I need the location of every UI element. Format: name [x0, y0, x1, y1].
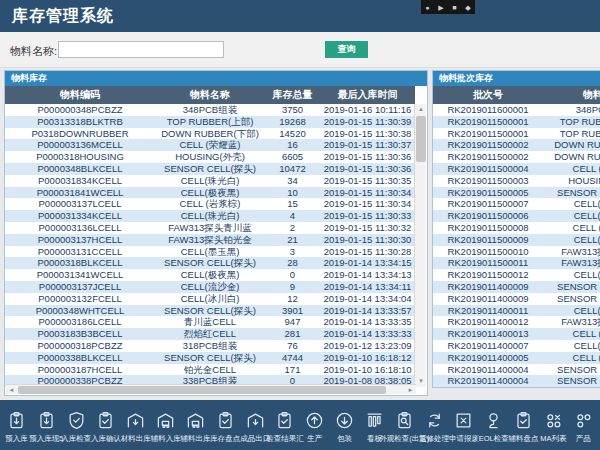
- table-row[interactable]: P0000338BLKCELLSENSOR CELL(探头)47442019-0…: [5, 352, 415, 364]
- cell: CELL(珠光白): [155, 175, 265, 187]
- cell: CELL(极夜黑): [155, 269, 265, 281]
- toolbar-item[interactable]: 辅料出库: [181, 409, 210, 450]
- toolbar-item[interactable]: 预入库现5: [32, 409, 61, 450]
- toolbar-item[interactable]: 辅料入库: [151, 409, 180, 450]
- table-row[interactable]: P0318DOWNRUBBERDOWN RUBBER(下部)145202019-…: [5, 128, 415, 140]
- vertical-scrollbar[interactable]: ▲ ▼: [414, 104, 426, 387]
- table-row[interactable]: P0003183B3BCELL烈焰红CELL2812019-01-14 13:3…: [5, 328, 415, 340]
- table-row[interactable]: P0000348WHTCELLSENSOR CELL(探头)39012019-0…: [5, 305, 415, 317]
- table-row[interactable]: RK2019011500007CELL(珠光白): [433, 198, 600, 210]
- scroll-right-icon[interactable]: ►: [405, 385, 416, 395]
- horizontal-scrollbar[interactable]: ◄ ►: [6, 384, 416, 394]
- table-row[interactable]: P000003132FCELLCELL(冰川白)122019-01-14 13:…: [5, 293, 415, 305]
- toolbar-item[interactable]: 库存盘点: [211, 409, 240, 450]
- toolbar-item[interactable]: 生产: [300, 409, 329, 450]
- table-row[interactable]: RK2019011500006CELL(极夜黑): [433, 210, 600, 222]
- material-inventory-panel: 物料库存 物料编码物料名称库存总量最后入库时间 P000000348PCBZZ3…: [4, 70, 428, 396]
- table-row[interactable]: RK2019011500001TOP RUBBER(上部): [433, 128, 600, 140]
- table-row[interactable]: P000031841WCELLCELL(极夜黑)102019-01-15 11:…: [5, 187, 415, 199]
- table-row[interactable]: P000003137HCELLFAW313探头铂光金212019-01-15 1…: [5, 234, 415, 246]
- column-header[interactable]: 库存总量: [265, 86, 320, 104]
- toolbar-item[interactable]: 产品: [569, 409, 598, 450]
- toolbar-item[interactable]: EOL检查: [479, 409, 508, 450]
- table-row[interactable]: P00313318BLKTRBTOP RUBBER(上部)192682019-0…: [5, 116, 415, 128]
- cell: P000031841WCELL: [5, 187, 155, 199]
- table-row[interactable]: RK2019011500009CELL(珠光白): [433, 234, 600, 246]
- toolbar-item[interactable]: 材料出库: [121, 409, 150, 450]
- cell: 10: [265, 187, 320, 199]
- table-row[interactable]: P0000318BLKCELLSENSOR CELL(探头)282019-01-…: [5, 257, 415, 269]
- audio-icon[interactable]: ◆: [465, 4, 470, 11]
- screen-recorder-overlay[interactable]: ●▶■◆: [421, 0, 475, 14]
- record-icon[interactable]: ●: [425, 4, 429, 11]
- toolbar-item[interactable]: 外观检查(出货): [390, 409, 419, 450]
- scroll-down-icon[interactable]: ▼: [415, 376, 427, 387]
- scroll-up-icon[interactable]: ▲: [415, 104, 427, 115]
- table-row[interactable]: RK2019011400011CELL(流沙金): [433, 305, 600, 317]
- table-row[interactable]: P000031334KCELLCELL(珠光白)42019-01-15 11:3…: [5, 210, 415, 222]
- play-icon[interactable]: ▶: [438, 4, 443, 11]
- table-row[interactable]: P000003137LCELLCELL (岩浆棕)152019-01-15 11…: [5, 198, 415, 210]
- toolbar-item[interactable]: 入库确认: [91, 409, 120, 450]
- toolbar-item[interactable]: 申请报废: [449, 409, 478, 450]
- column-header[interactable]: 物料名称: [155, 86, 265, 104]
- cell: 28: [265, 257, 320, 269]
- toolbar-item[interactable]: 辅料盘点: [509, 409, 538, 450]
- table-row[interactable]: P000031834KCELLCELL(珠光白)342019-01-15 11:…: [5, 175, 415, 187]
- cell: RK2019011500012: [433, 269, 543, 281]
- table-row[interactable]: RK2019011500002DOWN RUBBER(下部): [433, 151, 600, 163]
- table-row[interactable]: RK2019011500003HOUSING(外壳): [433, 175, 600, 187]
- table-row[interactable]: RK2019011500008CELL (岩浆棕): [433, 222, 600, 234]
- table-row[interactable]: P000000348PCBZZ348PCB组装37502019-01-16 10…: [5, 104, 415, 116]
- table-row[interactable]: P0000348BLKCELLSENSOR CELL(探头)104722019-…: [5, 163, 415, 175]
- table-row[interactable]: RK2019011500002DOWN RUBBER(下部): [433, 139, 600, 151]
- toolbar-item[interactable]: 返修处理: [420, 409, 449, 450]
- table-row[interactable]: RK2019011500010FAW313探头青川蓝: [433, 246, 600, 258]
- query-button[interactable]: 查询: [325, 41, 368, 58]
- scrollbar-thumb[interactable]: [18, 386, 386, 394]
- table-row[interactable]: RK2019011500012CELL(墨玉黑): [433, 269, 600, 281]
- table-row[interactable]: P000003136LCELLFAW313探头青川蓝22019-01-15 11…: [5, 222, 415, 234]
- table-row[interactable]: P000003186LCELL青川蓝CELL9472019-01-14 13:3…: [5, 316, 415, 328]
- cell: SENSOR CELL(探头): [543, 187, 600, 199]
- table-row[interactable]: RK2019011500011FAW313探头铂光金: [433, 257, 600, 269]
- table-row[interactable]: RK2019011600001348PCB组装: [433, 104, 600, 116]
- table-row[interactable]: RK2019011400005CELL (岩浆棕): [433, 352, 600, 364]
- table-row[interactable]: P000000318PCBZZ318PCB组装762019-01-12 13:2…: [5, 340, 415, 352]
- toolbar-item[interactable]: 包装: [330, 409, 359, 450]
- table-row[interactable]: RK2019011500001TOP RUBBER(上部): [433, 116, 600, 128]
- toolbar-item[interactable]: MA列表: [539, 409, 568, 450]
- table-row[interactable]: P000003187HCELL铂光金CELL1712019-01-10 16:1…: [5, 364, 415, 376]
- cell: 烈焰红CELL: [155, 328, 265, 340]
- table-row[interactable]: RK2019011400009SENSOR CELL(探头): [433, 293, 600, 305]
- toolbar-item[interactable]: 预入库: [2, 409, 31, 450]
- column-header[interactable]: 物料名称: [543, 86, 600, 104]
- scroll-left-icon[interactable]: ◄: [6, 385, 17, 395]
- table-row[interactable]: P000003131CCELLCELL(墨玉黑)32019-01-15 11:3…: [5, 246, 415, 258]
- material-name-input[interactable]: [58, 41, 224, 58]
- cell: 2019-01-10 16:18:10: [320, 364, 415, 376]
- toolbar-item[interactable]: 检查结果汇: [270, 409, 299, 450]
- table-row[interactable]: RK2019011400009SENSOR CELL(探头): [433, 281, 600, 293]
- column-header[interactable]: 批次号: [433, 86, 543, 104]
- table-row[interactable]: RK2019011400004SENSOR CELL(探头): [433, 375, 600, 387]
- toolbar-item[interactable]: 入库检查: [62, 409, 91, 450]
- table-row[interactable]: P000003137JCELLCELL(流沙金)92019-01-14 13:3…: [5, 281, 415, 293]
- table-row[interactable]: P0000318HOUSINGHOUSING(外壳)66052019-01-15…: [5, 151, 415, 163]
- table-row[interactable]: RK2019011400004SENSOR CELL(探头): [433, 364, 600, 376]
- cell: 281: [265, 328, 320, 340]
- table-row[interactable]: P000003136MCELLCELL (荣耀蓝)162019-01-15 11…: [5, 139, 415, 151]
- table-row[interactable]: RK2019011500005SENSOR CELL(探头): [433, 187, 600, 199]
- column-header[interactable]: 最后入库时间: [320, 86, 415, 104]
- cell: 12: [265, 293, 320, 305]
- stop-icon[interactable]: ■: [452, 4, 456, 11]
- table-row[interactable]: P000031341WCELLCELL(极夜黑)02019-01-14 13:3…: [5, 269, 415, 281]
- column-header[interactable]: 物料编码: [5, 86, 155, 104]
- table-row[interactable]: RK2019011500004CELL (荣耀蓝): [433, 163, 600, 175]
- table-row[interactable]: RK2019011400013CELL (荣耀蓝): [433, 328, 600, 340]
- refresh-arrows-icon: [425, 409, 444, 431]
- clipboard-check-icon: [96, 409, 115, 431]
- scrollbar-thumb[interactable]: [416, 116, 426, 162]
- table-row[interactable]: RK2019011400012FAW313探头铂光金: [433, 316, 600, 328]
- table-row[interactable]: RK2019011400007CELL(冰川白): [433, 340, 600, 352]
